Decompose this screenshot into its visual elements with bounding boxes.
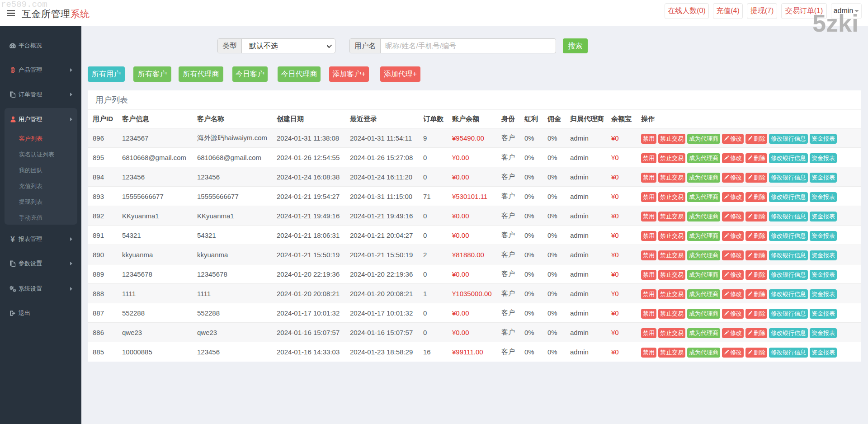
svg-text:¥: ¥ [10,236,15,243]
